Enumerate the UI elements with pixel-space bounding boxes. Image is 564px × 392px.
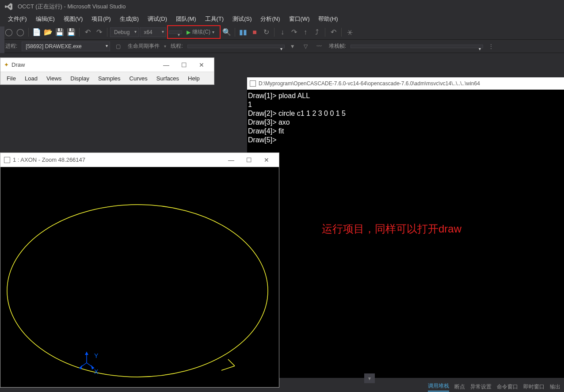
new-file-icon[interactable]: 📄 — [31, 27, 42, 38]
filter2-icon[interactable]: ▽ — [301, 41, 311, 52]
separator — [325, 28, 325, 37]
menu-test[interactable]: 测试(S) — [228, 13, 256, 25]
axon-window: 1 : AXON - Zoom 48.266147 — ☐ ✕ Y X — [0, 152, 279, 388]
left-collapsed-tab[interactable] — [0, 27, 4, 53]
tab-output[interactable]: 输出 — [550, 383, 560, 391]
draw-title: Draw — [11, 61, 25, 68]
pause-icon[interactable]: ▮▮ — [238, 27, 248, 38]
highlighted-region: ▶ 继续(C) ▾ — [167, 25, 221, 39]
axon-icon — [4, 157, 10, 163]
draw-menu-load[interactable]: Load — [20, 73, 42, 84]
axon-viewport[interactable]: Y X — [0, 167, 279, 387]
circle-geometry — [7, 205, 268, 377]
titlebar: OCCT (正在运行) - Microsoft Visual Studio — [0, 0, 564, 13]
redo-icon[interactable]: ↷ — [94, 27, 104, 38]
step-into-icon[interactable]: ↓ — [277, 27, 288, 38]
undo-icon[interactable]: ↶ — [82, 27, 93, 38]
tab-exceptions[interactable]: 异常设置 — [470, 383, 492, 391]
restart-icon[interactable]: ↻ — [261, 27, 271, 38]
thread-label: 线程: — [169, 42, 184, 50]
save-icon[interactable]: 💾 — [54, 27, 65, 38]
svg-marker-3 — [85, 352, 88, 355]
maximize-button[interactable]: ☐ — [240, 154, 258, 166]
maximize-button[interactable]: ☐ — [175, 59, 193, 71]
draw-menu-surfaces[interactable]: Surfaces — [152, 73, 183, 84]
separator — [341, 28, 342, 37]
console-icon — [250, 80, 256, 87]
step-icon[interactable]: ⤴ — [312, 27, 322, 38]
close-button[interactable]: ✕ — [258, 154, 275, 166]
axis-gizmo — [79, 352, 94, 369]
more-icon[interactable]: ⋮ — [486, 41, 496, 52]
tool-icon[interactable]: ↶ — [328, 27, 339, 38]
window-title: OCCT (正在运行) - Microsoft Visual Studio — [18, 3, 126, 11]
continue-label: 继续(C) — [192, 28, 210, 36]
lifecycle-icon[interactable]: ▢ — [113, 41, 123, 52]
tab-immediate[interactable]: 即时窗口 — [523, 383, 545, 391]
draw-menubar: File Load Views Display Samples Curves S… — [0, 72, 214, 84]
menu-view[interactable]: 视图(V) — [59, 13, 87, 25]
find-icon[interactable]: 🔍 — [221, 27, 232, 38]
stop-icon[interactable]: ■ — [249, 27, 260, 38]
draw-menu-file[interactable]: File — [2, 73, 20, 84]
draw-menu-views[interactable]: Views — [42, 73, 66, 84]
vs-logo-icon — [4, 1, 14, 12]
menu-project[interactable]: 项目(P) — [87, 13, 115, 25]
play-icon: ▶ — [187, 29, 191, 35]
console-output[interactable]: Draw[1]> pload ALL 1 Draw[2]> circle c1 … — [247, 90, 564, 146]
nav-forward-icon[interactable]: ◯ — [15, 27, 26, 38]
filter-icon[interactable]: ▼ — [287, 41, 298, 52]
minimize-button[interactable]: — — [157, 59, 175, 71]
lifecycle-label: 生命周期事件 — [126, 42, 161, 50]
draw-menu-display[interactable]: Display — [66, 73, 94, 84]
menu-edit[interactable]: 编辑(E) — [31, 13, 59, 25]
separator — [235, 28, 235, 37]
menu-build[interactable]: 生成(B) — [115, 13, 143, 25]
close-button[interactable]: ✕ — [193, 59, 210, 71]
process-combo[interactable]: [58692] DRAWEXE.exe — [22, 42, 110, 51]
continue-button[interactable]: ▶ 继续(C) ▾ — [182, 27, 219, 37]
svg-marker-4 — [91, 365, 94, 369]
tab-breakpoints[interactable]: 断点 — [454, 383, 465, 391]
draw-icon: ✦ — [4, 61, 9, 68]
axon-titlebar[interactable]: 1 : AXON - Zoom 48.266147 — ☐ ✕ — [0, 153, 279, 167]
axis-y-label: Y — [94, 352, 99, 359]
process-label: 进程: — [4, 42, 19, 50]
thread-combo[interactable] — [187, 45, 285, 48]
step-over-icon[interactable]: ↷ — [289, 27, 299, 38]
draw-menu-curves[interactable]: Curves — [125, 73, 152, 84]
draw-menu-samples[interactable]: Samples — [94, 73, 125, 84]
save-all-icon[interactable]: 💾 — [66, 27, 76, 38]
step-out-icon[interactable]: ↑ — [300, 27, 311, 38]
platform-combo[interactable]: x64 — [140, 27, 166, 37]
menu-help[interactable]: 帮助(H) — [314, 13, 342, 25]
menu-debug[interactable]: 调试(D) — [143, 13, 171, 25]
axis-x-label: X — [94, 368, 99, 375]
bottom-tabs: 调用堆栈 断点 异常设置 命令窗口 即时窗口 输出 — [424, 381, 564, 392]
draw-titlebar[interactable]: ✦ Draw — ☐ ✕ — [0, 58, 214, 72]
console-titlebar[interactable]: D:\Myprogram\OpenCASCADE-7.6.0-vc14-64\o… — [247, 77, 564, 90]
arrow-line — [228, 359, 235, 366]
graph-icon[interactable]: 〰 — [314, 41, 324, 52]
menu-window[interactable]: 窗口(W) — [285, 13, 314, 25]
menu-team[interactable]: 团队(M) — [171, 13, 201, 25]
stack-combo[interactable] — [351, 45, 483, 48]
nav-back-icon[interactable]: ◯ — [4, 27, 14, 38]
tab-command[interactable]: 命令窗口 — [497, 383, 518, 391]
open-file-icon[interactable]: 📂 — [43, 27, 53, 38]
scroll-down-icon[interactable]: ▼ — [364, 373, 375, 383]
annotation-text: 运行项目，同样可以打开draw — [322, 222, 461, 236]
tab-callstack[interactable]: 调用堆栈 — [428, 382, 449, 392]
start-target-combo[interactable] — [169, 30, 182, 34]
menu-analyze[interactable]: 分析(N) — [256, 13, 284, 25]
menu-file[interactable]: 文件(F) — [4, 13, 31, 25]
tool2-icon[interactable]: ⚹ — [344, 27, 355, 38]
separator — [274, 28, 274, 37]
arrow-line — [221, 366, 235, 370]
menubar: 文件(F) 编辑(E) 视图(V) 项目(P) 生成(B) 调试(D) 团队(M… — [0, 13, 564, 25]
draw-menu-help[interactable]: Help — [183, 73, 204, 84]
menu-tools[interactable]: 工具(T) — [201, 13, 229, 25]
debug-toolbar: 进程: [58692] DRAWEXE.exe ▢ 生命周期事件 ▾ 线程: ▼… — [0, 40, 564, 53]
minimize-button[interactable]: — — [222, 154, 240, 166]
config-combo[interactable]: Debug — [110, 27, 139, 37]
